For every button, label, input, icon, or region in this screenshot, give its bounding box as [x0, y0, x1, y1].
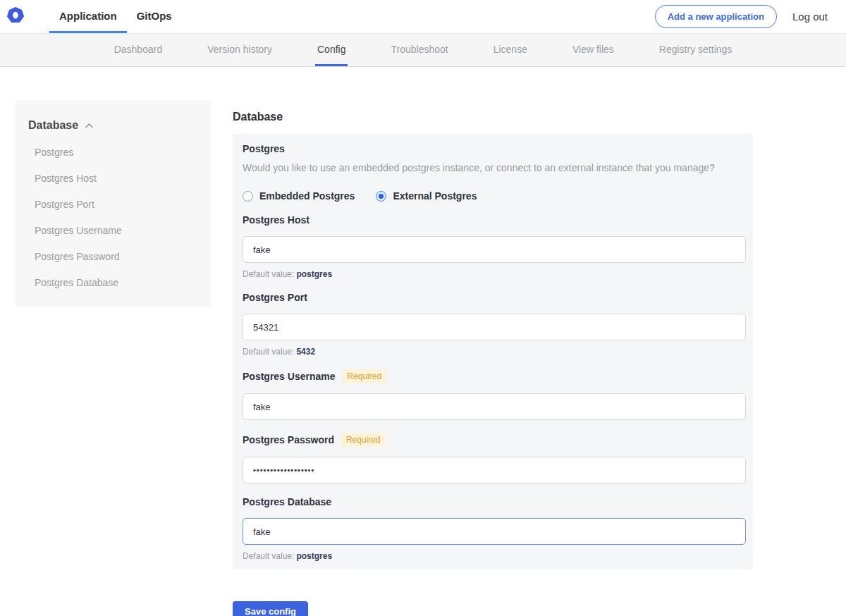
field-postgres-database: Postgres Database Default value:postgres	[243, 496, 744, 561]
postgres-host-input[interactable]	[243, 236, 746, 263]
logout-link[interactable]: Log out	[792, 11, 828, 23]
chevron-up-icon	[85, 119, 94, 132]
postgres-group-label: Postgres	[243, 143, 744, 155]
required-badge: Required	[341, 433, 386, 447]
radio-selected-icon	[376, 191, 386, 202]
default-label: Default value:	[243, 347, 294, 357]
tab-application-label: Application	[59, 10, 117, 22]
field-postgres-host: Postgres Host Default value:postgres	[243, 214, 744, 279]
field-postgres-port: Postgres Port Default value:5432	[243, 292, 744, 357]
primary-tabs: Application GitOps	[49, 0, 182, 33]
sidebar-group-label: Database	[28, 119, 78, 132]
postgres-username-label: Postgres Username	[243, 371, 336, 383]
config-main: Database Postgres Would you like to use …	[233, 101, 753, 616]
postgres-password-input[interactable]	[243, 457, 746, 483]
sidebar-item-postgres-database[interactable]: Postgres Database	[35, 277, 197, 288]
field-postgres-username: Postgres Username Required	[243, 369, 744, 420]
app-logo[interactable]	[7, 0, 34, 33]
postgres-mode-radio-group: Embedded Postgres External Postgres	[243, 190, 744, 202]
tab-application[interactable]: Application	[49, 0, 127, 33]
postgres-host-default: Default value:postgres	[243, 269, 744, 279]
tab-gitops-label: GitOps	[137, 10, 172, 22]
sidebar-item-postgres-password[interactable]: Postgres Password	[35, 251, 197, 262]
config-sidebar: Database Postgres Postgres Host Postgres…	[16, 100, 211, 307]
tab-registry-settings[interactable]: Registry settings	[657, 34, 734, 66]
tab-version-history[interactable]: Version history	[205, 34, 274, 66]
postgres-database-default: Default value:postgres	[243, 551, 744, 561]
postgres-port-default: Default value:5432	[243, 347, 744, 357]
postgres-password-label: Postgres Password	[243, 434, 334, 446]
default-value: postgres	[296, 269, 332, 279]
app-logo-icon	[7, 7, 24, 27]
required-badge: Required	[343, 369, 387, 383]
postgres-help-text: Would you like to use an embedded postgr…	[243, 162, 744, 174]
radio-embedded-label: Embedded Postgres	[259, 190, 355, 202]
tab-config[interactable]: Config	[315, 34, 348, 66]
field-postgres-password: Postgres Password Required	[243, 433, 744, 483]
sidebar-item-list: Postgres Postgres Host Postgres Port Pos…	[28, 147, 197, 288]
tab-view-files[interactable]: View files	[570, 34, 616, 66]
app-sub-nav: Dashboard Version history Config Trouble…	[0, 34, 846, 67]
sidebar-group-database[interactable]: Database	[28, 119, 197, 132]
postgres-host-label: Postgres Host	[243, 214, 309, 226]
database-config-panel: Postgres Would you like to use an embedd…	[233, 134, 753, 569]
postgres-username-input[interactable]	[243, 393, 746, 420]
postgres-database-label: Postgres Database	[243, 496, 331, 508]
sidebar-item-postgres-port[interactable]: Postgres Port	[35, 199, 197, 210]
tab-license[interactable]: License	[491, 34, 529, 66]
postgres-port-label: Postgres Port	[243, 292, 307, 304]
top-nav-right: Add a new application Log out	[655, 0, 828, 33]
sidebar-item-postgres[interactable]: Postgres	[35, 147, 197, 158]
config-page: Database Postgres Postgres Host Postgres…	[0, 67, 846, 615]
postgres-port-input[interactable]	[243, 314, 746, 340]
radio-external-postgres[interactable]: External Postgres	[376, 190, 477, 202]
save-config-button[interactable]: Save config	[233, 601, 308, 616]
radio-external-label: External Postgres	[393, 190, 477, 202]
radio-unselected-icon	[243, 191, 253, 202]
tab-dashboard[interactable]: Dashboard	[112, 34, 165, 66]
tab-gitops[interactable]: GitOps	[127, 0, 182, 33]
default-label: Default value:	[243, 551, 294, 561]
section-title: Database	[233, 111, 753, 123]
radio-embedded-postgres[interactable]: Embedded Postgres	[243, 190, 355, 202]
default-value: 5432	[296, 347, 315, 357]
tab-troubleshoot[interactable]: Troubleshoot	[388, 34, 450, 66]
sidebar-item-postgres-username[interactable]: Postgres Username	[35, 225, 197, 236]
default-label: Default value:	[243, 269, 294, 279]
top-nav: Application GitOps Add a new application…	[0, 0, 846, 34]
postgres-database-input[interactable]	[243, 518, 746, 545]
default-value: postgres	[296, 551, 332, 561]
radio-dot	[379, 194, 384, 199]
sidebar-item-postgres-host[interactable]: Postgres Host	[35, 173, 197, 184]
add-application-button[interactable]: Add a new application	[655, 5, 777, 28]
